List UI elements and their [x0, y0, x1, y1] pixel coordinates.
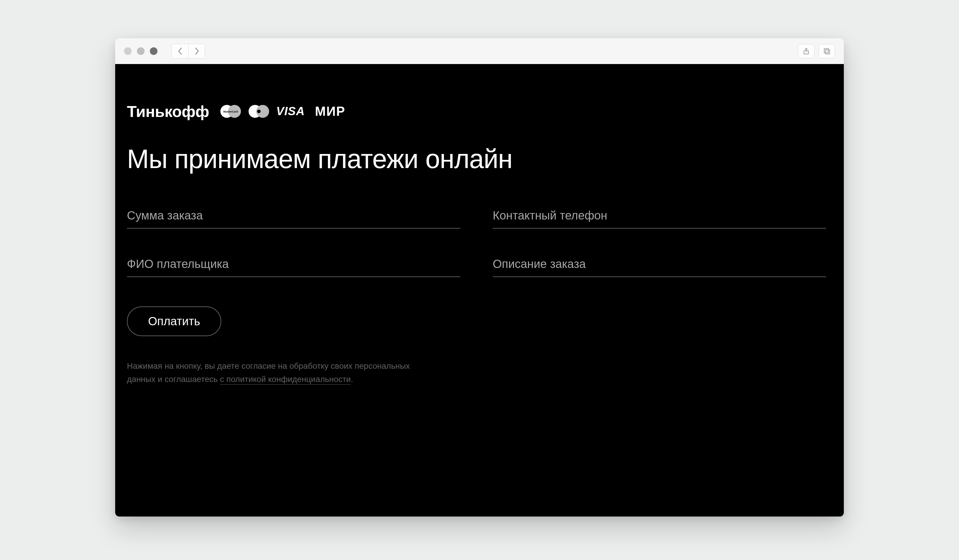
- description-field-wrap: [493, 255, 826, 277]
- amount-input[interactable]: [127, 207, 460, 229]
- nav-back-button[interactable]: [172, 44, 188, 58]
- browser-titlebar: [115, 38, 844, 64]
- tabs-icon: [823, 47, 831, 55]
- phone-input[interactable]: [493, 207, 826, 229]
- phone-field-wrap: [493, 207, 826, 229]
- svg-text:MasterCard: MasterCard: [223, 110, 238, 113]
- logo-row: Тинькофф MasterCard VISA МИР: [127, 102, 832, 121]
- card-logos: MasterCard VISA МИР: [220, 105, 356, 118]
- svg-rect-2: [825, 50, 830, 54]
- tinkoff-logo: Тинькофф: [127, 102, 209, 121]
- window-maximize-button[interactable]: [150, 47, 158, 55]
- consent-text: Нажимая на кнопку, вы даете согласие на …: [127, 360, 438, 386]
- consent-suffix: .: [351, 375, 353, 384]
- window-minimize-button[interactable]: [137, 47, 145, 55]
- svg-text:МИР: МИР: [315, 105, 346, 118]
- visa-icon: VISA: [276, 105, 309, 118]
- svg-text:VISA: VISA: [276, 105, 305, 118]
- page-title: Мы принимаем платежи онлайн: [127, 144, 832, 174]
- payment-form: [127, 207, 826, 277]
- mastercard-icon: MasterCard: [220, 105, 242, 118]
- chevron-right-icon: [194, 47, 199, 55]
- share-button[interactable]: [798, 44, 814, 58]
- amount-field-wrap: [127, 207, 460, 229]
- payer-name-field-wrap: [127, 255, 460, 277]
- window-controls: [124, 47, 158, 55]
- description-input[interactable]: [493, 255, 826, 277]
- window-close-button[interactable]: [124, 47, 132, 55]
- payer-name-input[interactable]: [127, 255, 460, 277]
- svg-rect-1: [824, 48, 828, 52]
- mir-icon: МИР: [315, 105, 356, 118]
- tabs-button[interactable]: [819, 44, 835, 58]
- svg-point-8: [257, 110, 261, 113]
- maestro-icon: [248, 105, 270, 118]
- privacy-policy-link[interactable]: с политикой конфиденциальности: [220, 375, 351, 385]
- nav-buttons: [172, 44, 205, 59]
- chevron-left-icon: [178, 47, 182, 55]
- titlebar-right: [798, 44, 835, 58]
- browser-window: Тинькофф MasterCard VISA МИР: [115, 38, 844, 517]
- nav-forward-button[interactable]: [188, 44, 205, 58]
- pay-button[interactable]: Оплатить: [127, 307, 221, 336]
- share-icon: [802, 47, 810, 55]
- payment-page: Тинькофф MasterCard VISA МИР: [115, 64, 844, 517]
